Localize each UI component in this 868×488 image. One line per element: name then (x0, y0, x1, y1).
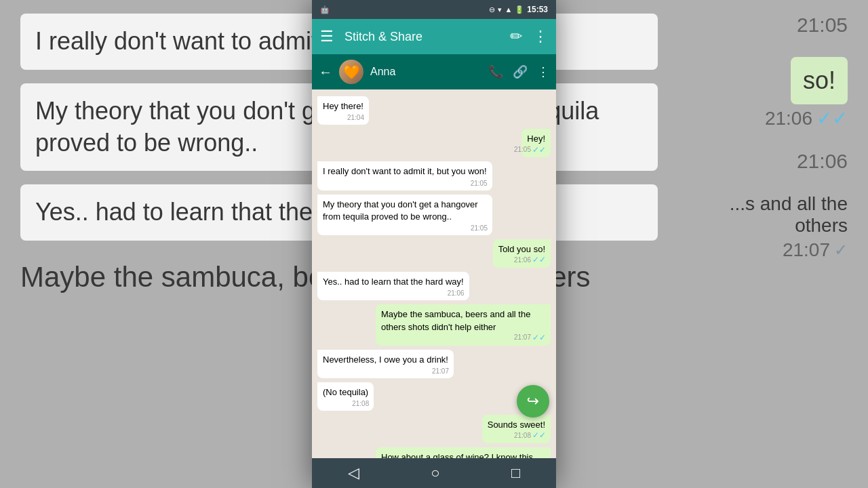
message-row: Told you so! 21:06 ✓✓ (317, 239, 551, 268)
message-row: Yes.. had to learn that the hard way! 21… (317, 272, 551, 300)
chat-header-actions: 📞 🔗 ⋮ (488, 64, 549, 79)
fab-icon: ↩ (527, 392, 539, 410)
message-time: 21:07 ✓✓ (514, 332, 546, 344)
message-text: Told you so! (498, 244, 545, 254)
back-nav-icon[interactable]: ◁ (348, 464, 359, 482)
navigation-bar: ◁ ○ □ (312, 458, 556, 488)
home-nav-icon[interactable]: ○ (431, 464, 439, 482)
message-bubble: (No tequila) 21:08 (317, 382, 374, 411)
message-text: Sounds sweet! (488, 420, 545, 430)
message-row: (No tequila) 21:08 (317, 382, 551, 411)
message-text: I really don't want to admit it, but you… (323, 166, 487, 176)
message-bubble: Hey there! 21:04 (317, 96, 369, 125)
status-bar: 🤖 ⊖ ▾ ▲ 🔋 15:53 (312, 0, 556, 19)
message-bubble: Told you so! 21:06 ✓✓ (493, 239, 551, 268)
bg-right-item-2: so! 21:06 ✓✓ (765, 57, 848, 129)
contact-name[interactable]: Anna (370, 66, 481, 78)
bg-right-item-1: 21:05 (797, 14, 848, 37)
contact-avatar: 🧡 (339, 60, 363, 84)
message-bubble: Hey! 21:05 ✓✓ (521, 129, 551, 157)
message-row: Sounds sweet! 21:08 ✓✓ (317, 415, 551, 443)
app-bar-actions: ✏ ⋮ (510, 28, 548, 45)
message-row: I really don't want to admit it, but you… (317, 161, 551, 190)
message-row: Hey! 21:05 ✓✓ (317, 129, 551, 157)
battery-icon: 🔋 (515, 5, 524, 14)
message-time: 21:08 (352, 399, 369, 409)
messages-area[interactable]: Hey there! 21:04 Hey! 21:05 ✓✓ I really … (312, 89, 556, 458)
status-bar-right: ⊖ ▾ ▲ 🔋 15:53 (489, 5, 548, 14)
message-row: Maybe the sambuca, beers and all the oth… (317, 304, 551, 345)
wifi-icon: ▾ (498, 5, 502, 14)
message-row: My theory that you don't get a hangover … (317, 195, 551, 235)
message-text: How about a glass of wine? I know this g… (381, 452, 533, 458)
chat-more-icon[interactable]: ⋮ (537, 64, 549, 79)
message-text: (No tequila) (323, 387, 368, 397)
phone-icon[interactable]: 📞 (488, 64, 503, 79)
hamburger-icon[interactable]: ☰ (320, 28, 334, 45)
message-text: Hey! (527, 134, 545, 144)
pencil-icon[interactable]: ✏ (510, 28, 522, 45)
double-check-icon: ✓✓ (532, 144, 546, 156)
double-check-icon: ✓✓ (532, 430, 546, 441)
message-row: Hey there! 21:04 (317, 96, 551, 125)
more-vert-icon[interactable]: ⋮ (533, 28, 548, 45)
bg-right-panel: 21:05 so! 21:06 ✓✓ 21:06 ...s and all th… (678, 0, 868, 488)
recents-nav-icon[interactable]: □ (511, 464, 520, 482)
message-bubble: Maybe the sambuca, beers and all the oth… (376, 304, 551, 345)
message-time: 21:08 ✓✓ (514, 430, 546, 441)
block-icon: ⊖ (489, 5, 495, 14)
chat-header: ← 🧡 Anna 📞 🔗 ⋮ (312, 54, 556, 89)
app-bar: ☰ Stitch & Share ✏ ⋮ (312, 19, 556, 54)
paperclip-icon[interactable]: 🔗 (513, 64, 528, 79)
message-bubble: Nevertheless, I owe you a drink! 21:07 (317, 350, 454, 378)
back-button[interactable]: ← (319, 64, 332, 80)
message-text: Hey there! (323, 101, 363, 111)
bg-right-item-3: 21:06 (797, 150, 848, 173)
android-icon: 🤖 (320, 5, 330, 14)
phone-frame: 🤖 ⊖ ▾ ▲ 🔋 15:53 ☰ Stitch & Share ✏ ⋮ ← 🧡… (312, 0, 556, 488)
status-time: 15:53 (527, 5, 548, 14)
message-bubble: My theory that you don't get a hangover … (317, 195, 492, 235)
bg-right-item-4: ...s and all the others 21:07 ✓ (698, 193, 848, 261)
message-bubble: How about a glass of wine? I know this g… (376, 447, 551, 458)
message-time: 21:05 (471, 224, 488, 233)
message-time: 21:07 (432, 367, 449, 376)
message-time: 21:06 (448, 289, 465, 298)
message-text: My theory that you don't get a hangover … (323, 199, 478, 222)
signal-icon: ▲ (505, 5, 512, 14)
message-bubble: Sounds sweet! 21:08 ✓✓ (482, 415, 551, 443)
message-row: How about a glass of wine? I know this g… (317, 447, 551, 458)
message-time: 21:05 ✓✓ (514, 144, 546, 156)
fab-button[interactable]: ↩ (517, 385, 549, 418)
message-row: Nevertheless, I owe you a drink! 21:07 (317, 350, 551, 378)
message-time: 21:05 (471, 179, 488, 188)
message-text: Maybe the sambuca, beers and all the oth… (381, 309, 530, 331)
double-check-icon: ✓✓ (532, 332, 546, 344)
message-time: 21:04 (347, 113, 364, 123)
message-text: Yes.. had to learn that the hard way! (323, 277, 464, 287)
message-text: Nevertheless, I owe you a drink! (323, 354, 448, 365)
app-title: Stitch & Share (344, 30, 499, 44)
message-bubble: Yes.. had to learn that the hard way! 21… (317, 272, 469, 300)
status-bar-left: 🤖 (320, 5, 330, 14)
double-check-icon: ✓✓ (532, 254, 546, 266)
message-time: 21:06 ✓✓ (514, 254, 546, 266)
message-bubble: I really don't want to admit it, but you… (317, 161, 492, 190)
